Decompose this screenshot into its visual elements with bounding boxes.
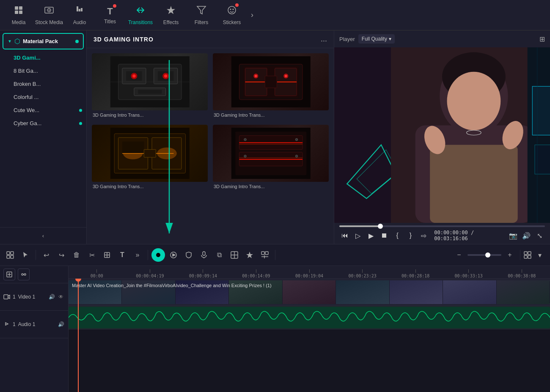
sidebar-item-8bit[interactable]: 8 Bit Ga...: [0, 64, 86, 77]
ruler-mark-3: 00:00:14:09: [230, 269, 283, 278]
grid-view-button[interactable]: [524, 251, 531, 259]
toolbar-media[interactable]: Media: [3, 2, 34, 29]
player-timeline-bar[interactable]: [339, 225, 545, 227]
svg-point-54: [244, 138, 246, 141]
ruler-marks: 00:00 00:00:04:19 00:00:09:14 00:00:14:0…: [69, 266, 550, 278]
material-pack-green-dot: [75, 40, 79, 43]
svg-rect-22: [138, 90, 162, 93]
video-track[interactable]: Master AI Video Creation_Join the #Filmo…: [69, 279, 550, 306]
zoom-slider[interactable]: [468, 254, 501, 256]
collapse-icon: ‹: [42, 233, 44, 239]
undo-button[interactable]: ↩: [39, 248, 53, 262]
audio-waveform: [69, 307, 550, 328]
svg-rect-96: [524, 255, 527, 258]
zoom-out-button[interactable]: −: [452, 248, 466, 262]
toolbar-titles[interactable]: T Titles: [95, 2, 125, 29]
audio-track-controls: 🔊: [57, 321, 65, 328]
sidebar-item-cyber-ga[interactable]: Cyber Ga...: [0, 117, 86, 130]
ruler-mark-1: 00:00:04:19: [124, 269, 177, 278]
mic-button[interactable]: [197, 248, 211, 262]
sidebar-item-3d-gaming[interactable]: 3D Gami...: [0, 51, 86, 64]
multi-cam-button[interactable]: ⧉: [212, 248, 226, 262]
shield-button[interactable]: [182, 248, 195, 262]
fullscreen-button[interactable]: ⤡: [534, 230, 545, 241]
timeline-tracks-area[interactable]: 6 Master AI Video Creation_Join the #Fil…: [69, 279, 550, 392]
material-pack-label: Material Pack: [23, 38, 73, 44]
ruler-mark-0: 00:00: [70, 269, 124, 278]
grid-item-3[interactable]: 3D Gaming Intro Trans...: [92, 125, 208, 191]
video-track-number: 1: [13, 294, 16, 300]
select-tool-button[interactable]: [19, 248, 32, 262]
toolbar-audio[interactable]: Audio: [64, 2, 95, 29]
toolbar-transitions[interactable]: Transitions: [125, 2, 156, 29]
svg-rect-92: [261, 252, 264, 255]
audio-track[interactable]: [69, 306, 550, 329]
video-clip[interactable]: Master AI Video Creation_Join the #Filmo…: [69, 280, 550, 304]
crop-button[interactable]: [100, 248, 114, 262]
grid-item-4[interactable]: 3D Gaming Intro Trans...: [213, 125, 329, 191]
player-settings-icon[interactable]: ⊞: [539, 35, 545, 43]
sidebar-item-colorful[interactable]: Colorful ...: [0, 90, 86, 104]
grid-chevron-button[interactable]: ▾: [533, 248, 547, 262]
more-tools-button[interactable]: »: [131, 248, 144, 262]
playhead[interactable]: 6: [78, 279, 79, 392]
toolbar-filters[interactable]: Filters: [186, 2, 217, 29]
svg-point-57: [295, 155, 298, 157]
text-tool-button[interactable]: T: [116, 248, 129, 262]
grid-item-1[interactable]: 3D Gaming Intro Trans...: [92, 53, 208, 120]
scissors-button[interactable]: ✂: [85, 248, 99, 262]
zoom-in-button[interactable]: +: [503, 248, 517, 262]
screenshot-button[interactable]: 📷: [508, 230, 519, 241]
player-video-frame: [334, 47, 550, 223]
add-video-track-button[interactable]: [3, 269, 15, 280]
grid-thumb-4: [213, 125, 329, 182]
sidebar-item-cute-we[interactable]: Cute We...: [0, 104, 86, 117]
volume-button[interactable]: 🔊: [521, 230, 532, 241]
toolbar-sep-2: [148, 250, 148, 260]
grid-item-2[interactable]: 3D Gaming Intro Trans...: [213, 53, 329, 120]
svg-point-20: [164, 74, 167, 77]
add-linked-track-button[interactable]: [18, 269, 30, 280]
player-top-bar: Player Full Quality ▾ ⊞: [334, 30, 550, 47]
grid-thumb-1: [92, 53, 208, 110]
ai-cut-button[interactable]: [258, 248, 272, 262]
player-video: [334, 47, 550, 223]
collab-button[interactable]: [228, 248, 241, 262]
play-range-button[interactable]: [167, 248, 180, 262]
toolbar-stock-media[interactable]: Stock Media: [34, 2, 64, 29]
ai-tool-button[interactable]: [243, 248, 256, 262]
media-icon: [14, 5, 24, 18]
toolbar-stickers[interactable]: Stickers: [217, 2, 247, 29]
collapse-sidebar-button[interactable]: ‹: [0, 227, 86, 244]
content-grid: 3D Gaming Intro Trans...: [87, 48, 334, 196]
play-button[interactable]: ▶: [366, 230, 376, 241]
video-track-eye-button[interactable]: 👁: [57, 293, 65, 301]
snap-button[interactable]: [151, 248, 165, 262]
play-smooth-button[interactable]: ▷: [352, 230, 363, 241]
toolbar-more-chevron[interactable]: ›: [247, 2, 257, 29]
add-track-buttons: [0, 266, 68, 283]
audio-track-volume-button[interactable]: 🔊: [57, 321, 65, 328]
mark-out-button[interactable]: }: [405, 230, 416, 241]
player-quality-select[interactable]: Full Quality ▾: [358, 34, 395, 44]
ruler-mark-2: 00:00:09:14: [176, 269, 230, 278]
delete-button[interactable]: 🗑: [70, 248, 83, 262]
svg-rect-94: [524, 252, 527, 255]
stop-button[interactable]: ⏹: [379, 230, 390, 241]
svg-rect-76: [7, 252, 10, 255]
prev-frame-button[interactable]: ⏮: [339, 230, 350, 241]
material-pack-header[interactable]: ▼ ⬡ Material Pack: [3, 33, 84, 49]
sidebar-item-broken[interactable]: Broken B...: [0, 77, 86, 90]
ruler-mark-7: 00:00:33:13: [442, 269, 495, 278]
player-panel: Player Full Quality ▾ ⊞: [334, 30, 550, 244]
svg-point-32: [255, 75, 257, 77]
toolbar-effects[interactable]: Effects: [156, 2, 186, 29]
mark-in-button[interactable]: {: [392, 230, 403, 241]
redo-button[interactable]: ↪: [55, 248, 68, 262]
top-toolbar: Media Stock Media Audio T Titles Transit…: [0, 0, 550, 30]
video-track-volume-button[interactable]: 🔊: [48, 293, 55, 301]
content-menu-button[interactable]: ...: [321, 35, 327, 44]
export-frame-button[interactable]: ⇨: [418, 230, 429, 241]
svg-rect-45: [144, 149, 156, 157]
scene-split-button[interactable]: [3, 248, 17, 262]
